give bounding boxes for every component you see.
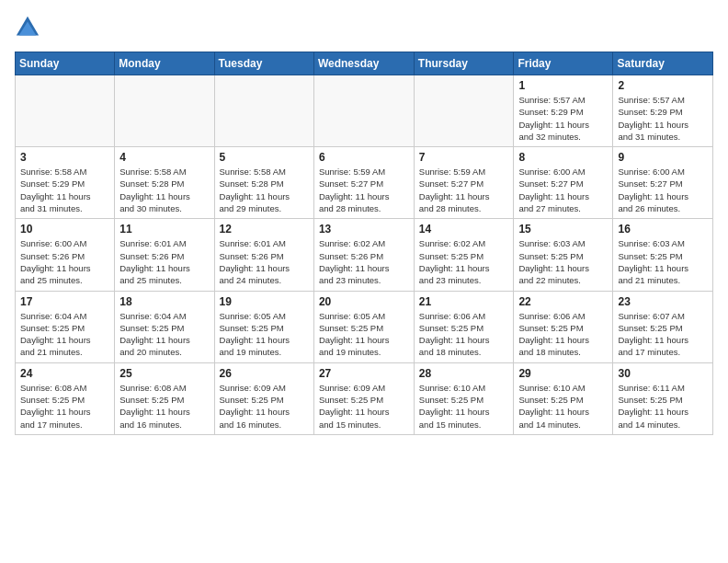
calendar-cell: 4Sunrise: 5:58 AM Sunset: 5:28 PM Daylig… xyxy=(115,147,214,219)
day-info: Sunrise: 6:08 AM Sunset: 5:25 PM Dayligh… xyxy=(119,382,209,431)
calendar-cell: 13Sunrise: 6:02 AM Sunset: 5:26 PM Dayli… xyxy=(313,219,414,291)
calendar-cell: 29Sunrise: 6:10 AM Sunset: 5:25 PM Dayli… xyxy=(514,362,613,434)
calendar-cell: 5Sunrise: 5:58 AM Sunset: 5:28 PM Daylig… xyxy=(214,147,313,219)
calendar-cell: 22Sunrise: 6:06 AM Sunset: 5:25 PM Dayli… xyxy=(514,291,613,362)
weekday-header-friday: Friday xyxy=(514,52,613,75)
calendar-cell: 15Sunrise: 6:03 AM Sunset: 5:25 PM Dayli… xyxy=(514,219,613,291)
logo-icon xyxy=(15,15,40,40)
calendar-cell xyxy=(16,75,115,147)
day-number: 22 xyxy=(518,295,608,308)
day-info: Sunrise: 6:09 AM Sunset: 5:25 PM Dayligh… xyxy=(319,382,409,431)
day-number: 13 xyxy=(319,223,409,236)
day-info: Sunrise: 6:05 AM Sunset: 5:25 PM Dayligh… xyxy=(319,310,409,359)
calendar-cell: 18Sunrise: 6:04 AM Sunset: 5:25 PM Dayli… xyxy=(115,291,214,362)
calendar-week-row: 24Sunrise: 6:08 AM Sunset: 5:25 PM Dayli… xyxy=(16,362,713,434)
calendar-cell: 9Sunrise: 6:00 AM Sunset: 5:27 PM Daylig… xyxy=(613,147,713,219)
day-number: 9 xyxy=(618,151,708,164)
day-number: 11 xyxy=(119,223,209,236)
day-info: Sunrise: 6:06 AM Sunset: 5:25 PM Dayligh… xyxy=(518,310,608,359)
calendar-cell: 1Sunrise: 5:57 AM Sunset: 5:29 PM Daylig… xyxy=(514,75,613,147)
calendar-cell: 2Sunrise: 5:57 AM Sunset: 5:29 PM Daylig… xyxy=(613,75,713,147)
calendar-cell: 3Sunrise: 5:58 AM Sunset: 5:29 PM Daylig… xyxy=(16,147,115,219)
day-info: Sunrise: 6:00 AM Sunset: 5:26 PM Dayligh… xyxy=(20,237,109,286)
calendar-body: 1Sunrise: 5:57 AM Sunset: 5:29 PM Daylig… xyxy=(16,75,713,435)
calendar-cell: 17Sunrise: 6:04 AM Sunset: 5:25 PM Dayli… xyxy=(16,291,115,362)
day-info: Sunrise: 5:59 AM Sunset: 5:27 PM Dayligh… xyxy=(319,166,409,214)
day-info: Sunrise: 6:06 AM Sunset: 5:25 PM Dayligh… xyxy=(419,310,509,359)
calendar-week-row: 1Sunrise: 5:57 AM Sunset: 5:29 PM Daylig… xyxy=(16,75,713,147)
day-number: 16 xyxy=(618,223,708,236)
weekday-header-saturday: Saturday xyxy=(613,52,713,75)
calendar-cell xyxy=(313,75,414,147)
day-number: 19 xyxy=(220,295,309,308)
day-info: Sunrise: 5:58 AM Sunset: 5:28 PM Dayligh… xyxy=(220,166,309,214)
calendar-cell: 11Sunrise: 6:01 AM Sunset: 5:26 PM Dayli… xyxy=(115,219,214,291)
day-number: 5 xyxy=(220,151,309,164)
calendar-cell xyxy=(414,75,514,147)
day-number: 23 xyxy=(618,295,708,308)
day-info: Sunrise: 6:01 AM Sunset: 5:26 PM Dayligh… xyxy=(220,237,309,286)
weekday-header-row: SundayMondayTuesdayWednesdayThursdayFrid… xyxy=(16,52,713,75)
calendar-header: SundayMondayTuesdayWednesdayThursdayFrid… xyxy=(16,52,713,75)
calendar-cell: 8Sunrise: 6:00 AM Sunset: 5:27 PM Daylig… xyxy=(514,147,613,219)
calendar-cell: 24Sunrise: 6:08 AM Sunset: 5:25 PM Dayli… xyxy=(16,362,115,434)
calendar-cell: 26Sunrise: 6:09 AM Sunset: 5:25 PM Dayli… xyxy=(214,362,313,434)
weekday-header-thursday: Thursday xyxy=(414,52,514,75)
day-info: Sunrise: 6:04 AM Sunset: 5:25 PM Dayligh… xyxy=(119,310,209,359)
day-info: Sunrise: 6:03 AM Sunset: 5:25 PM Dayligh… xyxy=(518,237,608,286)
page-header xyxy=(15,15,713,40)
day-number: 7 xyxy=(419,151,509,164)
day-number: 12 xyxy=(220,223,309,236)
calendar-week-row: 10Sunrise: 6:00 AM Sunset: 5:26 PM Dayli… xyxy=(16,219,713,291)
calendar-cell: 30Sunrise: 6:11 AM Sunset: 5:25 PM Dayli… xyxy=(613,362,713,434)
day-number: 24 xyxy=(20,367,109,380)
calendar-cell: 14Sunrise: 6:02 AM Sunset: 5:25 PM Dayli… xyxy=(414,219,514,291)
weekday-header-monday: Monday xyxy=(115,52,214,75)
day-info: Sunrise: 5:59 AM Sunset: 5:27 PM Dayligh… xyxy=(419,166,509,214)
calendar-cell: 10Sunrise: 6:00 AM Sunset: 5:26 PM Dayli… xyxy=(16,219,115,291)
calendar-cell: 19Sunrise: 6:05 AM Sunset: 5:25 PM Dayli… xyxy=(214,291,313,362)
weekday-header-wednesday: Wednesday xyxy=(313,52,414,75)
day-info: Sunrise: 6:01 AM Sunset: 5:26 PM Dayligh… xyxy=(119,237,209,286)
calendar-cell: 16Sunrise: 6:03 AM Sunset: 5:25 PM Dayli… xyxy=(613,219,713,291)
logo xyxy=(15,15,44,40)
day-number: 14 xyxy=(419,223,509,236)
day-info: Sunrise: 6:09 AM Sunset: 5:25 PM Dayligh… xyxy=(220,382,309,431)
day-number: 1 xyxy=(518,79,608,92)
day-info: Sunrise: 6:04 AM Sunset: 5:25 PM Dayligh… xyxy=(20,310,109,359)
day-number: 21 xyxy=(419,295,509,308)
day-info: Sunrise: 5:58 AM Sunset: 5:29 PM Dayligh… xyxy=(20,166,109,214)
day-number: 8 xyxy=(518,151,608,164)
weekday-header-tuesday: Tuesday xyxy=(214,52,313,75)
calendar-cell: 21Sunrise: 6:06 AM Sunset: 5:25 PM Dayli… xyxy=(414,291,514,362)
calendar-cell: 28Sunrise: 6:10 AM Sunset: 5:25 PM Dayli… xyxy=(414,362,514,434)
day-info: Sunrise: 6:05 AM Sunset: 5:25 PM Dayligh… xyxy=(220,310,309,359)
day-info: Sunrise: 6:10 AM Sunset: 5:25 PM Dayligh… xyxy=(419,382,509,431)
calendar-cell xyxy=(115,75,214,147)
calendar-cell: 27Sunrise: 6:09 AM Sunset: 5:25 PM Dayli… xyxy=(313,362,414,434)
day-number: 6 xyxy=(319,151,409,164)
calendar-cell: 7Sunrise: 5:59 AM Sunset: 5:27 PM Daylig… xyxy=(414,147,514,219)
day-info: Sunrise: 5:57 AM Sunset: 5:29 PM Dayligh… xyxy=(518,94,608,143)
weekday-header-sunday: Sunday xyxy=(16,52,115,75)
day-info: Sunrise: 5:57 AM Sunset: 5:29 PM Dayligh… xyxy=(618,94,708,143)
calendar-cell: 20Sunrise: 6:05 AM Sunset: 5:25 PM Dayli… xyxy=(313,291,414,362)
calendar-cell xyxy=(214,75,313,147)
day-number: 28 xyxy=(419,367,509,380)
day-info: Sunrise: 6:02 AM Sunset: 5:25 PM Dayligh… xyxy=(419,237,509,286)
day-number: 3 xyxy=(20,151,109,164)
calendar-table: SundayMondayTuesdayWednesdayThursdayFrid… xyxy=(15,52,713,435)
day-number: 27 xyxy=(319,367,409,380)
day-info: Sunrise: 6:07 AM Sunset: 5:25 PM Dayligh… xyxy=(618,310,708,359)
day-info: Sunrise: 6:10 AM Sunset: 5:25 PM Dayligh… xyxy=(518,382,608,431)
day-number: 17 xyxy=(20,295,109,308)
day-info: Sunrise: 5:58 AM Sunset: 5:28 PM Dayligh… xyxy=(119,166,209,214)
day-number: 15 xyxy=(518,223,608,236)
calendar-cell: 25Sunrise: 6:08 AM Sunset: 5:25 PM Dayli… xyxy=(115,362,214,434)
calendar-cell: 6Sunrise: 5:59 AM Sunset: 5:27 PM Daylig… xyxy=(313,147,414,219)
day-number: 4 xyxy=(119,151,209,164)
day-info: Sunrise: 6:02 AM Sunset: 5:26 PM Dayligh… xyxy=(319,237,409,286)
day-number: 25 xyxy=(119,367,209,380)
calendar-cell: 12Sunrise: 6:01 AM Sunset: 5:26 PM Dayli… xyxy=(214,219,313,291)
day-number: 10 xyxy=(20,223,109,236)
